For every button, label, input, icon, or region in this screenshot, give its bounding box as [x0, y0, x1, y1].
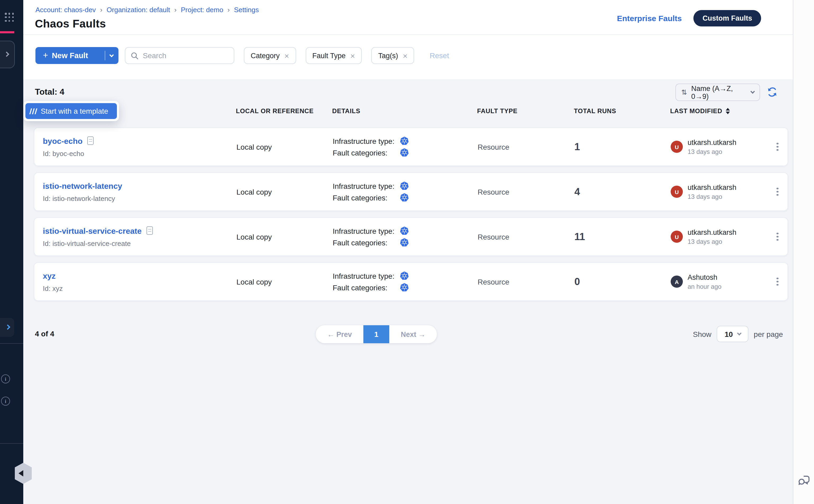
filter-chip-tags[interactable]: Tag(s) ×: [371, 47, 414, 64]
breadcrumb: Account: chaos-dev › Organization: defau…: [35, 6, 259, 14]
table-row[interactable]: xyz Id: xyz Local copy Infrastructure ty…: [34, 262, 788, 301]
details-cell: Infrastructure type: Fault categories:: [333, 136, 478, 157]
fault-name-link[interactable]: xyz: [43, 271, 236, 280]
chevron-down-icon[interactable]: [109, 53, 114, 57]
page-size-value: 10: [725, 330, 733, 338]
button-divider: [105, 51, 105, 60]
fault-name-cell: xyz Id: xyz: [43, 263, 236, 300]
total-count: Total: 4: [35, 87, 64, 97]
close-icon[interactable]: ×: [285, 52, 289, 59]
fault-categories-label: Fault categories:: [333, 283, 400, 292]
faults-table: byoc-echo Id: byoc-echo Local copy Infra…: [34, 127, 788, 307]
table-row[interactable]: istio-network-latency Id: istio-network-…: [34, 172, 788, 211]
column-label: LAST MODIFIED: [670, 107, 722, 115]
chevron-down-icon: [751, 89, 755, 94]
row-actions-menu-icon[interactable]: [766, 276, 789, 288]
breadcrumb-separator: ›: [100, 6, 102, 14]
column-header-local-or-reference: LOCAL OR REFERENCE: [236, 107, 332, 115]
breadcrumb-separator: ›: [174, 6, 177, 14]
sidebar-expand-button[interactable]: [0, 318, 14, 337]
breadcrumb-project[interactable]: Project: demo: [181, 6, 223, 14]
pagination: ← Prev 1 Next →: [316, 325, 437, 343]
column-header-fault-type: FAULT TYPE: [477, 107, 574, 115]
close-icon[interactable]: ×: [403, 52, 408, 59]
show-label: Show: [693, 330, 711, 338]
manifest-file-icon[interactable]: [147, 226, 153, 235]
avatar: U: [671, 186, 683, 198]
module-expand-button[interactable]: [0, 41, 15, 68]
total-runs-cell: 4: [574, 186, 671, 198]
breadcrumb-organization[interactable]: Organization: default: [107, 6, 170, 14]
prev-page-button[interactable]: ← Prev: [316, 330, 363, 338]
fault-name-link[interactable]: istio-network-latency: [43, 181, 236, 190]
total-runs-cell: 1: [574, 141, 671, 153]
row-actions-menu-icon[interactable]: [766, 141, 789, 153]
row-actions-menu-icon[interactable]: [766, 186, 789, 198]
app-launcher-icon[interactable]: [5, 13, 14, 22]
column-label: DETAILS: [332, 107, 360, 115]
infrastructure-type-label: Infrastructure type:: [333, 272, 400, 280]
chevron-left-icon: [19, 470, 23, 476]
kubernetes-icon: [400, 148, 409, 157]
breadcrumb-account[interactable]: Account: chaos-dev: [35, 6, 96, 14]
fault-name: istio-virtual-service-create: [43, 226, 142, 235]
fault-name-link[interactable]: istio-virtual-service-create: [43, 226, 236, 235]
last-modified-cell: U utkarsh.utkarsh 13 days ago: [671, 183, 766, 200]
page-number-button[interactable]: 1: [363, 325, 389, 343]
details-cell: Infrastructure type: Fault categories:: [333, 226, 478, 247]
column-label: TOTAL RUNS: [574, 107, 616, 115]
toolbar: + New Fault Category × Fault Type ×: [23, 35, 814, 79]
chevron-right-icon: [5, 324, 10, 330]
modified-by: Ashutosh: [688, 273, 721, 281]
info-icon[interactable]: i: [1, 374, 10, 383]
local-or-reference-cell: Local copy: [236, 143, 333, 151]
manifest-file-icon[interactable]: [87, 136, 94, 145]
custom-faults-button[interactable]: Custom Faults: [693, 10, 761, 26]
column-header-last-modified[interactable]: LAST MODIFIED: [670, 107, 766, 115]
modified-when: 13 days ago: [688, 148, 737, 155]
breadcrumb-settings[interactable]: Settings: [234, 6, 259, 14]
fault-name: byoc-echo: [43, 136, 83, 145]
close-icon[interactable]: ×: [350, 52, 355, 59]
sort-select[interactable]: ⇅ Name (A→Z, 0→9): [675, 84, 760, 101]
start-with-template-menu-item[interactable]: Start with a template: [25, 103, 117, 119]
total-runs-cell: 0: [574, 276, 671, 287]
reset-filters-link[interactable]: Reset: [430, 47, 449, 64]
search-input[interactable]: [143, 51, 227, 60]
faults-content: Total: 4 ⇅ Name (A→Z, 0→9) FAULT NAME: [23, 79, 814, 504]
modified-when: an hour ago: [688, 283, 721, 290]
kubernetes-icon: [400, 226, 409, 235]
table-header-row: FAULT NAME LOCAL OR REFERENCE DETAILS FA…: [42, 107, 788, 115]
support-chat-icon[interactable]: [797, 474, 811, 488]
fault-type-cell: Resource: [478, 232, 574, 241]
fault-type-cell: Resource: [478, 143, 574, 151]
info-icon[interactable]: i: [1, 397, 10, 406]
infrastructure-type-label: Infrastructure type:: [333, 137, 400, 145]
main-area: Account: chaos-dev › Organization: defau…: [23, 0, 814, 504]
fault-type-cell: Resource: [478, 187, 574, 196]
fault-name-cell: istio-virtual-service-create Id: istio-v…: [43, 218, 236, 255]
enterprise-faults-link[interactable]: Enterprise Faults: [617, 14, 682, 23]
page-size-select[interactable]: 10: [717, 326, 748, 342]
table-row[interactable]: istio-virtual-service-create Id: istio-v…: [34, 217, 788, 256]
row-actions-menu-icon[interactable]: [766, 231, 789, 243]
fault-name-link[interactable]: byoc-echo: [43, 136, 236, 145]
fault-categories-label: Fault categories:: [333, 238, 400, 247]
fault-categories-label: Fault categories:: [333, 193, 400, 202]
new-fault-dropdown: Start with a template: [23, 101, 119, 121]
filter-chip-label: Tag(s): [378, 52, 398, 59]
modified-by: utkarsh.utkarsh: [688, 138, 737, 146]
modified-when: 13 days ago: [688, 238, 737, 245]
new-fault-button[interactable]: + New Fault: [35, 47, 118, 64]
fault-categories-label: Fault categories:: [333, 148, 400, 157]
plus-icon: +: [43, 50, 48, 61]
refresh-button[interactable]: [767, 87, 778, 97]
filter-chip-category[interactable]: Category ×: [244, 47, 296, 64]
avatar: U: [671, 141, 683, 153]
table-row[interactable]: byoc-echo Id: byoc-echo Local copy Infra…: [34, 127, 788, 166]
details-cell: Infrastructure type: Fault categories:: [333, 181, 478, 202]
next-page-button[interactable]: Next →: [389, 330, 437, 338]
filter-chip-fault-type[interactable]: Fault Type ×: [305, 47, 362, 64]
new-fault-label: New Fault: [52, 51, 103, 60]
kubernetes-icon: [400, 136, 409, 145]
